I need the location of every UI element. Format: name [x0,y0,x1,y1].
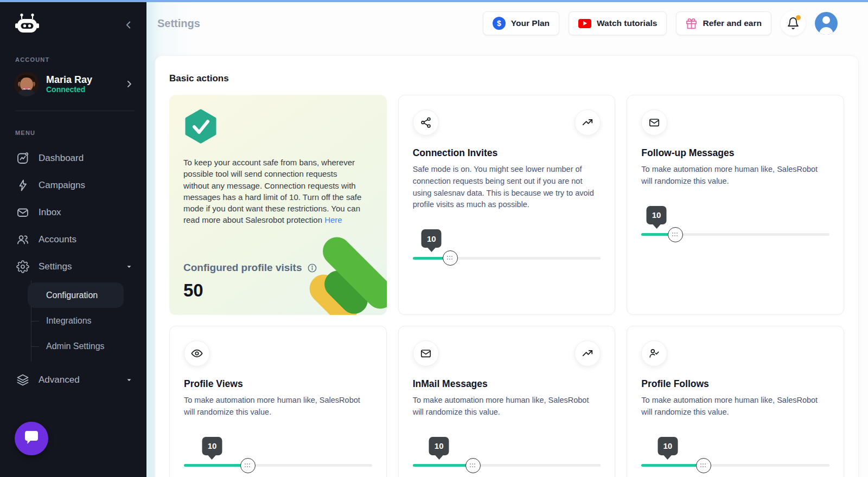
sidebar-item-label: Inbox [39,207,61,218]
caret-down-icon [126,377,132,383]
sidebar-divider [15,111,135,111]
inmail-messages-slider[interactable]: 10 [413,457,601,474]
person-check-icon [641,340,667,366]
metric-value: 50 [183,280,373,301]
chat-support-button[interactable] [15,422,48,455]
slider-handle[interactable] [465,458,481,473]
main-area: Settings $ Your Plan Watch tutorials Ref… [146,0,868,477]
layers-icon [16,373,29,386]
page-title: Settings [157,17,200,30]
card-description: To make automation more human like, Sale… [413,395,601,418]
slider-handle[interactable] [443,250,458,266]
account-switcher[interactable]: Maria Ray Connected [0,63,146,105]
sidebar-item-accounts[interactable]: Accounts [0,226,146,253]
slider-tooltip: 10 [658,437,678,455]
sidebar: ACCOUNT Maria Ray Connected [0,0,146,477]
salesrobot-logo [14,13,40,38]
slider-track[interactable] [184,464,372,467]
profile-follows-card: Profile Follows To make automation more … [627,326,844,477]
sidebar-item-integrations[interactable]: Integrations [31,308,146,333]
sidebar-item-settings[interactable]: Settings [0,253,146,280]
eye-icon [184,340,210,366]
slider-handle[interactable] [696,458,711,473]
refer-and-earn-button[interactable]: Refer and earn [676,11,771,35]
envelope-icon [413,340,439,366]
caret-down-icon [126,263,132,270]
your-plan-label: Your Plan [511,18,550,28]
sidebar-item-inbox[interactable]: Inbox [0,199,146,226]
trending-up-icon[interactable] [575,109,601,136]
account-name: Maria Ray [46,74,92,86]
section-title: Basic actions [169,73,844,84]
sidebar-subitem-label: Configuration [46,291,98,300]
follow-up-messages-slider[interactable]: 10 [641,227,829,243]
top-accent-bar [0,0,868,2]
sidebar-item-dashboard[interactable]: Dashboard [0,145,146,172]
dollar-icon: $ [493,17,506,30]
safe-mode-check-icon [183,109,373,146]
sidebar-subitem-label: Admin Settings [46,341,105,351]
watch-tutorials-button[interactable]: Watch tutorials [569,11,667,35]
sidebar-item-configuration[interactable]: Configuration [28,282,124,308]
info-icon[interactable] [307,263,317,273]
inmail-messages-card: InMail Messages To make automation more … [398,326,616,477]
your-plan-button[interactable]: $ Your Plan [483,11,559,35]
safe-mode-text: To keep your account safe from bans, whe… [183,157,362,226]
card-description: To make automation more human like, Sale… [184,395,372,418]
sidebar-item-label: Campaigns [39,180,85,191]
follow-up-messages-card: Follow-up Messages To make automation mo… [627,95,844,315]
safe-mode-text-body: To keep your account safe from bans, whe… [183,158,361,224]
slider-tooltip: 10 [647,206,667,224]
cards-grid: To keep your account safe from bans, whe… [169,95,844,477]
gift-icon [686,18,697,29]
slider-tooltip: 10 [422,229,442,248]
sidebar-subitem-label: Integrations [46,316,92,326]
chevron-right-icon [124,79,135,89]
profile-avatar-button[interactable] [815,12,838,35]
sidebar-item-advanced[interactable]: Advanced [0,366,146,394]
slider-track[interactable] [641,233,829,236]
profile-views-card: Profile Views To make automation more hu… [169,326,387,477]
slider-track[interactable] [413,464,601,467]
account-status: Connected [46,85,92,94]
main-nav: Dashboard Campaigns Inbox Accounts Setti… [0,145,146,394]
envelope-icon [641,109,667,136]
sidebar-collapse-button[interactable] [123,19,135,33]
metric-block: Configured profile visits 50 [183,249,373,301]
slider-tooltip: 10 [202,437,222,455]
notifications-button[interactable] [781,11,806,36]
account-section-label: ACCOUNT [0,56,146,63]
safe-mode-link[interactable]: Here [324,215,342,224]
settings-submenu: Configuration Integrations Admin Setting… [31,280,146,360]
slider-track[interactable] [641,464,829,467]
slider-tooltip: 10 [429,437,449,455]
profile-views-slider[interactable]: 10 [184,457,372,474]
card-title: Connection Invites [413,147,601,159]
share-icon [413,109,439,136]
connection-invites-slider[interactable]: 10 [413,250,601,266]
card-description: To make automation more human like, Sale… [641,164,829,188]
slider-handle[interactable] [240,458,256,473]
card-title: Follow-up Messages [641,147,829,159]
card-title: InMail Messages [413,378,601,390]
slider-track[interactable] [413,257,601,260]
inbox-icon [16,206,29,219]
refer-and-earn-label: Refer and earn [703,18,762,28]
menu-section-label: MENU [0,130,146,136]
metric-label: Configured profile visits [183,262,302,274]
tree-connector [31,321,39,321]
chevron-left-icon [123,19,135,33]
youtube-icon [578,19,591,28]
profile-follows-slider[interactable]: 10 [641,457,829,474]
sidebar-item-label: Dashboard [39,153,84,164]
trending-up-icon[interactable] [575,340,601,366]
card-description: To make automation more human like, Sale… [641,395,829,418]
card-title: Profile Follows [641,378,829,390]
sidebar-item-label: Advanced [39,375,80,385]
slider-handle[interactable] [668,227,683,242]
card-description: Safe mode is on. You might see lower num… [413,164,601,211]
sidebar-item-admin-settings[interactable]: Admin Settings [31,333,146,359]
tree-connector [31,346,39,347]
sidebar-item-label: Accounts [39,234,76,245]
sidebar-item-campaigns[interactable]: Campaigns [0,172,146,199]
